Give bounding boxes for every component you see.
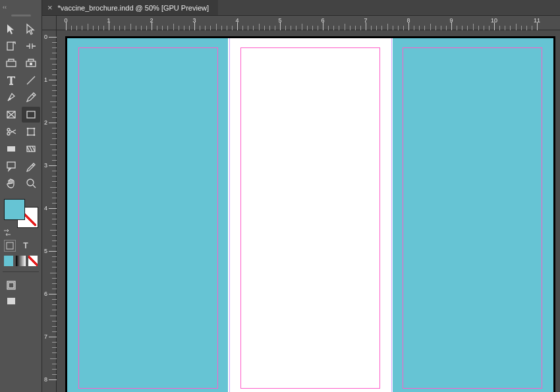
svg-point-16 <box>27 179 34 186</box>
svg-rect-15 <box>7 162 15 168</box>
rectangle-frame-tool[interactable] <box>2 107 20 123</box>
gradient-feather-tool[interactable] <box>22 141 40 157</box>
ruler-v-label: 1 <box>44 76 47 83</box>
toolbox-separator <box>3 271 39 272</box>
ruler-v-label: 3 <box>44 162 47 169</box>
ruler-h-label: 5 <box>278 17 281 24</box>
svg-point-10 <box>33 128 35 130</box>
ruler-v-label: 8 <box>44 376 47 383</box>
svg-rect-1 <box>7 61 16 67</box>
ruler-v-label: 5 <box>44 248 47 254</box>
note-tool[interactable] <box>2 158 20 174</box>
svg-point-9 <box>26 128 28 130</box>
fold-guide-1 <box>229 38 230 392</box>
ruler-v-label: 0 <box>44 34 47 40</box>
toolbox-panel: ‹‹ T <box>0 0 42 392</box>
apply-color-row <box>0 254 42 267</box>
close-tab-icon[interactable]: × <box>47 3 53 12</box>
content-collector-tool[interactable] <box>2 55 20 71</box>
line-tool[interactable] <box>22 72 40 88</box>
view-mode-normal[interactable] <box>4 279 18 292</box>
ruler-h-label: 1 <box>107 17 110 24</box>
svg-rect-8 <box>28 128 34 135</box>
main-area: × *vaccine_brochure.indd @ 50% [GPU Prev… <box>42 0 560 392</box>
svg-point-7 <box>7 132 10 135</box>
margin-guide-left <box>78 47 218 389</box>
spread <box>66 37 555 392</box>
ruler-v-label: 7 <box>44 333 47 340</box>
toolbox-collapse[interactable]: ‹‹ <box>0 3 42 12</box>
document-tab-title: *vaccine_brochure.indd @ 50% [GPU Previe… <box>58 4 209 12</box>
ruler-h-label: 4 <box>235 17 238 24</box>
tool-grid <box>0 18 42 194</box>
direct-selection-tool[interactable] <box>22 21 40 37</box>
svg-rect-17 <box>7 242 13 249</box>
type-tool[interactable] <box>2 72 20 88</box>
hand-tool[interactable] <box>2 175 20 191</box>
svg-point-3 <box>9 98 11 99</box>
gradient-swatch-tool[interactable] <box>2 141 20 157</box>
svg-rect-5 <box>27 111 35 118</box>
ruler-h-label: 3 <box>192 17 196 24</box>
svg-rect-20 <box>7 298 15 304</box>
content-placer-tool[interactable] <box>22 55 40 71</box>
apply-color[interactable] <box>4 256 13 266</box>
ruler-v-label: 2 <box>44 119 47 126</box>
fill-swatch[interactable] <box>4 199 25 220</box>
view-mode-preview[interactable] <box>4 294 18 308</box>
ruler-h-label: 10 <box>491 17 497 24</box>
toolbox-grip[interactable] <box>0 12 42 18</box>
ruler-h-label: 9 <box>449 17 453 24</box>
selection-tool[interactable] <box>2 21 20 37</box>
margin-guide-right <box>403 47 542 389</box>
ruler-h-label: 7 <box>364 17 367 24</box>
ruler-h-label: 11 <box>534 17 540 24</box>
document-tab[interactable]: × *vaccine_brochure.indd @ 50% [GPU Prev… <box>42 0 218 15</box>
svg-point-12 <box>33 134 35 136</box>
eyedropper-tool[interactable] <box>22 158 40 174</box>
ruler-h-label: 0 <box>64 17 67 24</box>
pen-tool[interactable] <box>2 90 20 105</box>
svg-point-11 <box>26 134 28 136</box>
ruler-origin[interactable] <box>42 16 57 30</box>
pencil-tool[interactable] <box>22 90 40 105</box>
svg-point-6 <box>7 128 10 131</box>
document-tab-bar: × *vaccine_brochure.indd @ 50% [GPU Prev… <box>42 0 560 16</box>
apply-none[interactable] <box>28 256 38 266</box>
rectangle-tool[interactable] <box>22 107 40 123</box>
svg-rect-0 <box>7 42 13 50</box>
svg-rect-13 <box>7 146 15 152</box>
free-transform-tool[interactable] <box>22 124 40 140</box>
margin-guide-center <box>240 47 380 389</box>
apply-gradient[interactable] <box>16 256 25 266</box>
horizontal-ruler[interactable]: 01234567891011 <box>57 16 560 30</box>
page-tool[interactable] <box>2 38 20 54</box>
fold-guide-2 <box>391 38 392 392</box>
formatting-text-icon[interactable]: T <box>20 240 32 252</box>
gap-tool[interactable] <box>22 38 40 54</box>
scissors-tool[interactable] <box>2 124 20 140</box>
zoom-tool[interactable] <box>22 175 40 191</box>
page[interactable] <box>67 38 553 392</box>
fill-stroke-swatch[interactable] <box>3 198 40 229</box>
workspace: 01234567891011 012345678 <box>42 16 560 392</box>
swap-fill-stroke-icon[interactable] <box>3 228 12 237</box>
svg-rect-19 <box>9 283 14 288</box>
vertical-ruler[interactable]: 012345678 <box>42 30 57 392</box>
ruler-h-label: 6 <box>321 17 324 24</box>
formatting-container-icon[interactable] <box>4 240 16 252</box>
ruler-v-label: 4 <box>44 205 47 211</box>
ruler-v-label: 6 <box>44 291 47 297</box>
canvas[interactable] <box>57 30 560 392</box>
ruler-h-label: 2 <box>150 17 153 24</box>
ruler-h-label: 8 <box>406 17 410 24</box>
